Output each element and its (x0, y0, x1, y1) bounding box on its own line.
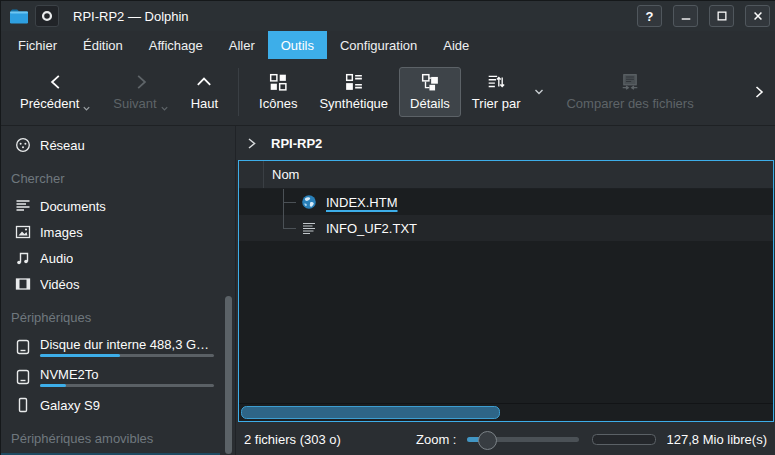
up-button[interactable]: Haut (180, 67, 229, 117)
forward-label: Suivant (113, 97, 156, 111)
menu-fichier[interactable]: Fichier (5, 31, 70, 59)
details-view-icon (421, 73, 439, 91)
sidebar-item-label: Réseau (40, 138, 85, 153)
sidebar-item-label: Disque dur interne 488,3 G… (40, 337, 214, 352)
sort-by-button[interactable]: Trier par (461, 67, 532, 117)
sort-label: Trier par (472, 97, 521, 111)
horizontal-scrollbar[interactable] (239, 403, 773, 421)
sidebar-item-galaxy-s9[interactable]: Galaxy S9 (1, 392, 220, 418)
sort-icon (487, 73, 505, 91)
file-row-index-htm[interactable]: INDEX.HTM (239, 189, 773, 215)
menu-outils[interactable]: Outils (268, 31, 327, 59)
sidebar-scrollbar[interactable] (225, 296, 232, 454)
view-header: Nom (239, 161, 773, 189)
phone-icon (15, 397, 31, 413)
zoom-slider[interactable] (467, 431, 579, 448)
capacity-info: 127,8 Mio libre(s) (592, 422, 767, 455)
sidebar-item-documents[interactable]: Documents (1, 193, 220, 219)
maximize-button[interactable] (709, 5, 734, 27)
forward-button[interactable]: Suivant (102, 67, 179, 117)
expander-column (239, 161, 264, 188)
dolphin-window: RPI-RP2 — Dolphin ? Fichier Édition Affi… (0, 0, 775, 455)
icons-view-button[interactable]: Icônes (248, 67, 308, 117)
chevron-left-icon (47, 73, 65, 91)
file-view: Nom INDEX.HTM INFO_UF2.TXT (238, 160, 774, 422)
back-button[interactable]: Précédent (9, 67, 102, 117)
tree-line (283, 228, 296, 229)
free-space-label: 127,8 Mio libre(s) (667, 432, 767, 447)
menu-affichage[interactable]: Affichage (136, 31, 216, 59)
file-row-info-uf2-txt[interactable]: INFO_UF2.TXT (239, 215, 773, 241)
main-panel: RPI-RP2 Nom INDEX.HTM INFO_UF2.TX (236, 126, 775, 455)
images-icon (15, 224, 31, 240)
compact-view-button[interactable]: Synthétique (308, 67, 399, 117)
menu-aide[interactable]: Aide (430, 31, 482, 59)
disk-usage-bar (40, 384, 214, 387)
chevron-right-icon (752, 85, 766, 99)
chevron-down-icon (160, 104, 169, 111)
file-name: INFO_UF2.TXT (326, 221, 417, 236)
compact-label: Synthétique (319, 97, 388, 111)
sidebar-item-label: Images (40, 225, 83, 240)
menubar: Fichier Édition Affichage Aller Outils C… (1, 31, 775, 59)
sidebar-item-label: NVME2To (40, 367, 214, 382)
icons-label: Icônes (259, 97, 297, 111)
toolbar-separator (238, 68, 239, 116)
menu-configuration[interactable]: Configuration (327, 31, 430, 59)
icons-view-icon (269, 73, 287, 91)
sidebar-item-audio[interactable]: Audio (1, 245, 220, 271)
globe-icon (301, 194, 317, 210)
details-view-button[interactable]: Détails (399, 67, 461, 117)
minimize-button[interactable] (673, 5, 698, 27)
section-chercher: Chercher (1, 158, 235, 193)
toolbar: Précédent Suivant Haut Icônes Synthétiqu… (1, 59, 775, 126)
breadcrumb: RPI-RP2 (236, 126, 775, 160)
window-menu-icon (40, 9, 54, 23)
sidebar-item-images[interactable]: Images (1, 219, 220, 245)
minimize-icon (680, 10, 692, 22)
breadcrumb-root[interactable]: RPI-RP2 (271, 136, 322, 151)
toolbar-overflow-button[interactable] (752, 85, 766, 99)
back-label: Précédent (20, 97, 79, 111)
sidebar-item-label: Galaxy S9 (40, 398, 100, 413)
zoom-slider-handle[interactable] (478, 431, 497, 450)
chevron-right-icon[interactable] (245, 137, 258, 150)
details-label: Détails (410, 97, 450, 111)
column-header-name[interactable]: Nom (264, 167, 299, 182)
file-name: INDEX.HTM (326, 195, 398, 210)
menu-aller[interactable]: Aller (216, 31, 268, 59)
close-button[interactable] (745, 5, 770, 27)
help-button[interactable]: ? (637, 5, 662, 27)
close-icon (752, 10, 764, 22)
sidebar-item-nvme2to[interactable]: NVME2To (1, 362, 220, 392)
tree-line (283, 215, 284, 228)
documents-icon (15, 198, 31, 214)
places-panel: Réseau Chercher Documents Images Audio V… (1, 126, 236, 455)
text-file-icon (301, 220, 317, 236)
titlebar[interactable]: RPI-RP2 — Dolphin ? (1, 1, 775, 31)
sidebar-item-disque-dur[interactable]: Disque dur interne 488,3 G… (1, 332, 220, 362)
audio-icon (15, 250, 31, 266)
sidebar-item-reseau[interactable]: Réseau (1, 132, 220, 158)
items-count: 2 fichiers (303 o) (244, 432, 341, 447)
chevron-down-icon[interactable] (533, 86, 545, 98)
window-menu-button[interactable] (35, 5, 59, 27)
compact-view-icon (345, 73, 363, 91)
sidebar-item-label: Vidéos (40, 277, 80, 292)
chevron-down-icon (82, 104, 91, 111)
zoom-label: Zoom : (416, 432, 456, 447)
free-space-bar (592, 434, 656, 445)
up-label: Haut (191, 97, 218, 111)
horizontal-scrollbar-thumb[interactable] (241, 406, 500, 419)
section-peripheriques-amovibles: Périphériques amovibles (1, 418, 235, 453)
menu-edition[interactable]: Édition (70, 31, 136, 59)
sidebar-item-label: Audio (40, 251, 73, 266)
statusbar: 2 fichiers (303 o) Zoom : 127,8 Mio libr… (236, 422, 775, 455)
videos-icon (15, 276, 31, 292)
compare-files-button[interactable]: Comparer des fichiers (555, 67, 704, 117)
disk-usage-bar (40, 354, 214, 357)
help-glyph: ? (646, 9, 654, 24)
sidebar-item-videos[interactable]: Vidéos (1, 271, 220, 297)
compare-label: Comparer des fichiers (566, 97, 693, 111)
zoom-control: Zoom : (416, 422, 579, 455)
